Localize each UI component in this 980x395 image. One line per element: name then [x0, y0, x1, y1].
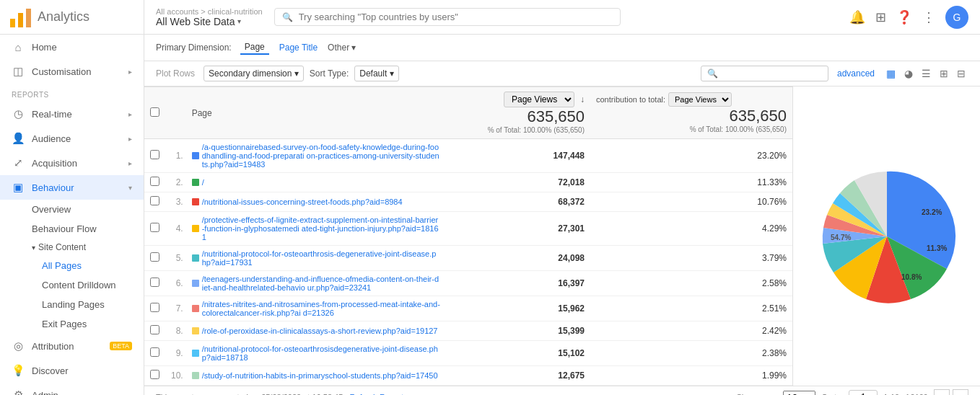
apps-icon[interactable]: ⊞ [875, 9, 886, 25]
page-views-select[interactable]: Page Views [504, 92, 574, 107]
bottom-bar: This report was generated on 25/08/2022 … [144, 386, 980, 395]
row-url-5: /teenagers-understanding-and-influence-o… [202, 275, 440, 292]
dim-tab-page-title[interactable]: Page Title [275, 41, 322, 54]
table-row: 9. /nutritional-protocol-for-osteoarthro… [144, 341, 792, 366]
sidebar-item-overview[interactable]: Overview [32, 200, 144, 219]
row-checkbox-9[interactable] [150, 370, 159, 379]
contrib-total-value: 635,650 [596, 107, 787, 125]
view-pivot-icon[interactable]: ⊞ [937, 66, 951, 81]
sidebar-item-all-pages[interactable]: All Pages [42, 256, 144, 275]
notifications-icon[interactable]: 🔔 [849, 9, 865, 25]
row-color-dot-3 [192, 225, 199, 232]
topbar: All accounts > clinical-nutrition All We… [144, 0, 980, 35]
page-link-4[interactable]: /nutritional-protocol-for-osteoarthrosis… [192, 249, 440, 267]
row-checkbox-5[interactable] [150, 278, 159, 287]
sidebar-item-realtime[interactable]: ◷ Real-time ▸ [0, 102, 144, 126]
sidebar-item-audience[interactable]: 👤 Audience ▸ [0, 126, 144, 151]
row-checkbox-1[interactable] [150, 177, 159, 186]
sort-type-dropdown[interactable]: Default ▾ [354, 66, 398, 81]
row-page-7: /role-of-peroxidase-in-clinicalassays-a-… [186, 321, 446, 341]
sort-arrow-icon[interactable]: ↓ [580, 94, 585, 105]
sidebar-item-landing-pages[interactable]: Landing Pages [42, 295, 144, 314]
row-page-3: /protective-effects-of-lignite-extract-s… [186, 212, 446, 246]
row-pageviews-3: 27,301 [446, 212, 590, 246]
row-color-dot-0 [192, 152, 199, 159]
filter-search[interactable]: 🔍 [701, 66, 828, 81]
row-checkbox-3[interactable] [150, 223, 159, 232]
page-link-7[interactable]: /role-of-peroxidase-in-clinicalassays-a-… [192, 327, 440, 335]
row-checkbox-8[interactable] [150, 347, 159, 357]
dim-tab-other[interactable]: Other ▾ [328, 43, 356, 53]
row-checkbox-4[interactable] [150, 252, 159, 262]
site-selector[interactable]: All Web Site Data ▾ [156, 16, 257, 27]
sidebar-item-behaviour-flow[interactable]: Behaviour Flow [32, 219, 144, 239]
row-color-dot-1 [192, 179, 199, 186]
primary-dimension-bar: Primary Dimension: Page Page Title Other… [144, 35, 980, 61]
dim-tab-page[interactable]: Page [240, 40, 269, 55]
page-link-0[interactable]: /a-questionnairebased-survey-on-food-saf… [192, 143, 440, 169]
sidebar-item-attribution-label: Attribution [32, 341, 107, 352]
site-content-pages: All Pages Content Drilldown Landing Page… [32, 256, 144, 334]
show-rows-select[interactable]: 10 25 50 100 [783, 391, 815, 396]
row-pct-4: 3.79% [590, 246, 792, 271]
go-to-input[interactable] [849, 390, 878, 395]
page-link-2[interactable]: /nutritional-issues-concerning-street-fo… [192, 198, 440, 206]
row-page-1: / [186, 173, 446, 192]
row-color-dot-8 [192, 350, 199, 357]
help-icon[interactable]: ❓ [896, 9, 912, 25]
sidebar-item-home[interactable]: ⌂ Home [0, 35, 144, 59]
page-link-1[interactable]: / [192, 178, 440, 187]
site-content-header[interactable]: ▾ Site Content [32, 239, 144, 256]
row-pct-6: 2.51% [590, 296, 792, 321]
sidebar-item-acquisition[interactable]: ⤢ Acquisition ▸ [0, 151, 144, 175]
row-color-dot-4 [192, 254, 199, 262]
sidebar-item-behaviour[interactable]: ▣ Behaviour ▾ [0, 175, 144, 200]
contribution-metric-select[interactable]: Page Views [668, 92, 732, 107]
page-link-5[interactable]: /teenagers-understanding-and-influence-o… [192, 275, 440, 292]
sidebar-item-discover[interactable]: 💡 Discover [0, 358, 144, 383]
sidebar-item-admin[interactable]: ⚙ Admin [0, 383, 144, 395]
sidebar-item-exit-pages[interactable]: Exit Pages [42, 314, 144, 334]
pagination-area: Show rows: 10 25 50 100 Go to: 1-10 of 2… [736, 389, 968, 395]
pie-chart: 23.2% 11.3% 10.8% 54.7% [815, 164, 959, 309]
page-link-6[interactable]: /nitrates-nitrites-and-nitrosamines-from… [192, 300, 440, 317]
toolbar: Plot Rows Secondary dimension ▾ Sort Typ… [144, 61, 980, 86]
sidebar-item-content-drilldown[interactable]: Content Drilldown [42, 275, 144, 295]
view-list-icon[interactable]: ☰ [919, 66, 934, 81]
row-checkbox-2[interactable] [150, 196, 159, 205]
row-pct-2: 10.76% [590, 192, 792, 212]
prev-page-button[interactable]: ‹ [934, 389, 950, 395]
svg-text:54.7%: 54.7% [831, 234, 851, 241]
svg-rect-3 [10, 19, 15, 27]
sidebar-item-customisation[interactable]: ◫ Customisation ▸ [0, 59, 144, 84]
audience-chevron: ▸ [128, 135, 132, 143]
row-url-1: / [202, 178, 204, 187]
page-views-column-header: Page Views ↓ 635,650 % of Total: 100.00%… [446, 87, 590, 139]
sidebar-item-attribution[interactable]: ◎ Attribution BETA [0, 334, 144, 358]
row-checkbox-7[interactable] [150, 325, 159, 334]
next-page-button[interactable]: › [953, 389, 968, 395]
page-link-3[interactable]: /protective-effects-of-lignite-extract-s… [192, 216, 440, 241]
user-avatar[interactable]: G [945, 6, 968, 29]
plot-rows-button[interactable]: Plot Rows [156, 68, 195, 79]
row-checkbox-6[interactable] [150, 303, 159, 312]
view-grid-icon[interactable]: ▦ [883, 66, 898, 81]
view-pie-icon[interactable]: ◕ [901, 66, 916, 81]
page-link-8[interactable]: /nutritional-protocol-for-osteoarthrosis… [192, 345, 440, 362]
acquisition-icon: ⤢ [12, 156, 25, 169]
filter-input[interactable] [721, 68, 822, 79]
view-custom-icon[interactable]: ⊟ [954, 66, 968, 81]
row-checkbox-0[interactable] [150, 150, 159, 159]
row-num-9: 10. [165, 366, 186, 386]
row-num-6: 7. [165, 296, 186, 321]
advanced-link[interactable]: advanced [837, 68, 875, 79]
page-views-total-header: 635,650 % of Total: 100.00% (635,650) [452, 107, 585, 134]
select-all-checkbox[interactable] [150, 107, 159, 117]
search-bar[interactable]: 🔍 [274, 8, 621, 26]
search-icon: 🔍 [282, 12, 293, 22]
search-input[interactable] [299, 12, 613, 22]
table-row: 7. /nitrates-nitrites-and-nitrosamines-f… [144, 296, 792, 321]
more-options-icon[interactable]: ⋮ [922, 9, 935, 25]
secondary-dimension-dropdown[interactable]: Secondary dimension ▾ [204, 66, 304, 81]
page-link-9[interactable]: /study-of-nutrition-habits-in-primarysch… [192, 371, 440, 380]
